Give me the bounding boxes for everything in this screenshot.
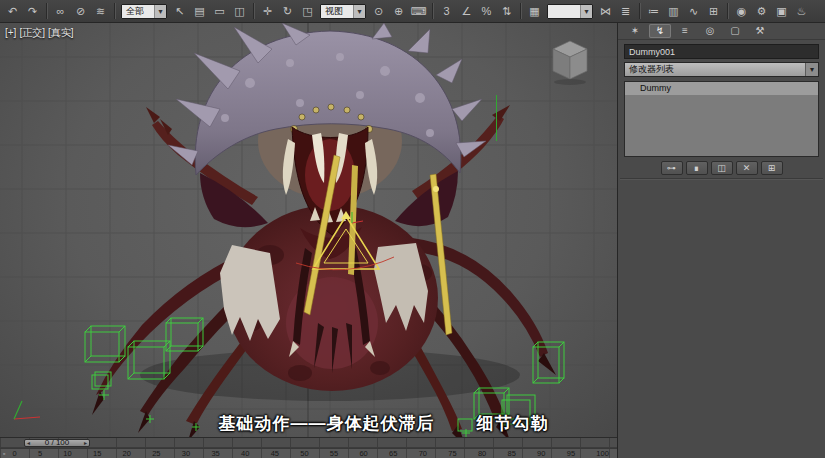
select-object-icon[interactable]: ↖ — [170, 2, 189, 21]
trackbar-tick-label: 85 — [508, 449, 516, 458]
trackbar-tick-label: 80 — [478, 449, 486, 458]
graphite-ribbon-icon[interactable]: ▥ — [664, 2, 683, 21]
viewport-orthographic[interactable]: [+][正交][真实] 基础动作——身体起伏滞后细节勾勒 — [0, 23, 617, 437]
percent-snap-icon[interactable]: % — [477, 2, 496, 21]
viewport-menu-shading[interactable]: [真实] — [48, 27, 74, 38]
undo-icon[interactable]: ↶ — [3, 2, 22, 21]
bind-to-space-warp-icon[interactable]: ≋ — [91, 2, 110, 21]
curve-editor-icon[interactable]: ∿ — [684, 2, 703, 21]
render-production-icon[interactable]: ♨ — [792, 2, 811, 21]
material-editor-icon[interactable]: ◉ — [732, 2, 751, 21]
modifier-stack-item[interactable]: Dummy — [625, 82, 818, 95]
trackbar-tick-label: 100 — [596, 449, 609, 458]
show-end-result-button[interactable]: ∎ — [686, 161, 708, 175]
named-selection-sets-dropdown[interactable]: ▾ — [547, 4, 593, 19]
object-name-field[interactable] — [624, 44, 819, 59]
trackbar-tick-label: 15 — [93, 449, 101, 458]
trackbar-tick-label: 20 — [123, 449, 131, 458]
modify-tab-icon[interactable]: ↯ — [649, 24, 671, 38]
modifier-stack: Dummy — [624, 81, 819, 157]
track-bar[interactable]: ▫ 05101520253035404550556065707580859095… — [0, 448, 617, 458]
trackbar-tick-label: 10 — [63, 449, 71, 458]
trackbar-tick-label: 95 — [567, 449, 575, 458]
reference-coordinate-dropdown[interactable]: 视图▾ — [320, 4, 366, 19]
toolbar-separator — [432, 3, 433, 19]
select-and-link-icon[interactable]: ∞ — [51, 2, 70, 21]
display-tab-icon[interactable]: ▢ — [724, 24, 746, 38]
modifier-stack-buttons: ⊶∎◫✕⊞ — [624, 161, 819, 175]
hierarchy-tab-icon[interactable]: ≡ — [674, 24, 696, 38]
align-icon[interactable]: ≣ — [616, 2, 635, 21]
motion-tab-icon[interactable]: ◎ — [699, 24, 721, 38]
trackbar-tick-label: 65 — [389, 449, 397, 458]
trackbar-tick-label: 0 — [12, 449, 16, 458]
pin-stack-button[interactable]: ⊶ — [661, 161, 683, 175]
select-and-scale-icon[interactable]: ◳ — [298, 2, 317, 21]
time-slider-track[interactable]: ◂ 0 / 100 ▸ — [0, 437, 617, 447]
viewport-menu-general[interactable]: [+] — [5, 27, 16, 38]
dropdown-arrow-icon[interactable]: ▾ — [353, 5, 365, 18]
main-toolbar: ↶↷∞⊘≋全部▾↖▤▭◫✛↻◳视图▾⊙⊕⌨3∠%⇅▦▾⋈≣≔▥∿⊞◉⚙▣♨ — [0, 0, 825, 23]
3dsmax-window: ↶↷∞⊘≋全部▾↖▤▭◫✛↻◳视图▾⊙⊕⌨3∠%⇅▦▾⋈≣≔▥∿⊞◉⚙▣♨ — [0, 0, 825, 458]
remove-modifier-button[interactable]: ✕ — [736, 161, 758, 175]
use-pivot-center-icon[interactable]: ⊙ — [369, 2, 388, 21]
angle-snap-icon[interactable]: ∠ — [457, 2, 476, 21]
viewport-menu-pov[interactable]: [正交] — [19, 27, 45, 38]
modifier-list-dropdown[interactable]: 修改器列表 ▾ — [624, 62, 819, 77]
selection-region-icon[interactable]: ▭ — [210, 2, 229, 21]
edit-named-selection-sets-icon[interactable]: ▦ — [525, 2, 544, 21]
selection-filter-dropdown[interactable]: 全部▾ — [121, 4, 167, 19]
render-setup-icon[interactable]: ⚙ — [752, 2, 771, 21]
make-unique-button[interactable]: ◫ — [711, 161, 733, 175]
toolbar-separator — [114, 3, 115, 19]
modifier-list-label: 修改器列表 — [625, 63, 805, 76]
select-and-rotate-icon[interactable]: ↻ — [278, 2, 297, 21]
subtitle-main: 基础动作——身体起伏滞后 — [219, 414, 435, 433]
snap-toggle-3d-icon[interactable]: 3 — [437, 2, 456, 21]
reference-coordinate-dropdown-value: 视图 — [321, 5, 353, 18]
create-tab-icon[interactable]: ✶ — [624, 24, 646, 38]
dropdown-arrow-icon[interactable]: ▾ — [154, 5, 166, 18]
scene-render — [0, 23, 617, 437]
configure-modifier-sets-button[interactable]: ⊞ — [761, 161, 783, 175]
trackbar-tick-label: 90 — [537, 449, 545, 458]
viewport-label: [+][正交][真实] — [5, 26, 77, 40]
spider-creature-model[interactable] — [92, 23, 556, 437]
dropdown-arrow-icon[interactable]: ▾ — [805, 63, 818, 76]
trackbar-tick-label: 55 — [330, 449, 338, 458]
dropdown-arrow-icon[interactable]: ▾ — [580, 5, 592, 18]
keyboard-override-icon[interactable]: ⌨ — [409, 2, 428, 21]
window-crossing-icon[interactable]: ◫ — [230, 2, 249, 21]
viewcube[interactable] — [545, 35, 595, 87]
toolbar-separator — [727, 3, 728, 19]
selection-filter-dropdown-value: 全部 — [122, 5, 154, 18]
schematic-view-icon[interactable]: ⊞ — [704, 2, 723, 21]
select-and-manipulate-icon[interactable]: ⊕ — [389, 2, 408, 21]
redo-icon[interactable]: ↷ — [23, 2, 42, 21]
rendered-frame-window-icon[interactable]: ▣ — [772, 2, 791, 21]
track-bar-options-icon[interactable]: ▫ — [0, 450, 8, 457]
track-bar-ruler: 0510152025303540455055606570758085909510… — [8, 449, 617, 458]
trackbar-tick-label: 35 — [211, 449, 219, 458]
trackbar-tick-label: 40 — [241, 449, 249, 458]
trackbar-tick-label: 75 — [448, 449, 456, 458]
mirror-icon[interactable]: ⋈ — [596, 2, 615, 21]
named-selection-sets-dropdown-value — [548, 5, 580, 18]
trackbar-tick-label: 50 — [300, 449, 308, 458]
unlink-selection-icon[interactable]: ⊘ — [71, 2, 90, 21]
toolbar-separator — [639, 3, 640, 19]
layer-manager-icon[interactable]: ≔ — [644, 2, 663, 21]
trackbar-tick-label: 70 — [419, 449, 427, 458]
toolbar-separator — [520, 3, 521, 19]
command-panel: ✶↯≡◎▢⚒ 修改器列表 ▾ Dummy ⊶∎◫✕⊞ — [617, 23, 825, 458]
spinner-snap-icon[interactable]: ⇅ — [497, 2, 516, 21]
rollout-area — [620, 178, 823, 458]
time-slider-handle[interactable]: ◂ 0 / 100 ▸ — [24, 439, 90, 447]
trackbar-tick-label: 30 — [182, 449, 190, 458]
next-frame-arrow[interactable]: ▸ — [84, 440, 87, 446]
toolbar-separator — [253, 3, 254, 19]
utilities-tab-icon[interactable]: ⚒ — [749, 24, 771, 38]
select-by-name-icon[interactable]: ▤ — [190, 2, 209, 21]
toolbar-separator — [46, 3, 47, 19]
select-and-move-icon[interactable]: ✛ — [258, 2, 277, 21]
